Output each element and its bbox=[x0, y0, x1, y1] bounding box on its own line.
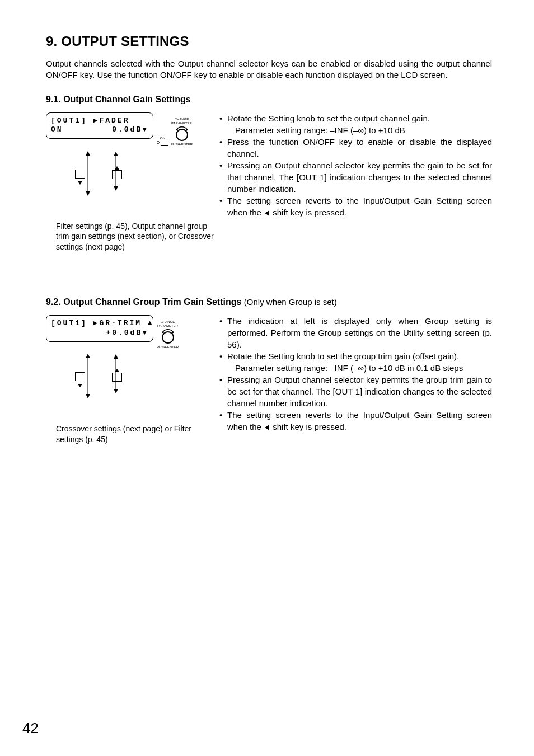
section-9-2-left: [OUT1] ▶GR-TRIM ▲ +0.0dB▼ CHANGE PARAMET… bbox=[46, 315, 214, 445]
svg-marker-8 bbox=[114, 186, 118, 191]
bullet-item: Pressing an Output channel selector key … bbox=[219, 374, 492, 409]
nav-diagram-2 bbox=[68, 352, 180, 419]
section-9-1-bullets: Rotate the Setting knob to set the outpu… bbox=[219, 112, 492, 218]
svg-marker-4 bbox=[86, 151, 90, 156]
knob-label-parameter-2: PARAMETER bbox=[157, 324, 178, 327]
bullet-item: Pressing an Output channel selector key … bbox=[219, 159, 492, 195]
lcd1-line2-left: ON bbox=[51, 125, 63, 135]
nav-diagram-1 bbox=[68, 149, 180, 217]
controls-cluster-1: ON CHANGE PARAMETER bbox=[157, 112, 193, 146]
bullet-item: Press the function ON/OFF key to enable … bbox=[219, 136, 492, 159]
section-9-1-row: [OUT1] ▶FADER ON 0.0dB▼ ON bbox=[46, 112, 492, 253]
shift-up-button-icon bbox=[112, 166, 122, 181]
section-9-2-qualifier: (Only when Group is set) bbox=[244, 297, 337, 307]
onoff-key-1: ON bbox=[157, 137, 168, 146]
lcd2-line2: +0.0dB▼ bbox=[51, 328, 148, 338]
onoff-button-icon bbox=[161, 140, 168, 146]
svg-point-2 bbox=[176, 129, 188, 140]
knob-label-change-1: CHANGE bbox=[175, 118, 189, 121]
lcd2-line1: [OUT1] ▶GR-TRIM ▲ bbox=[51, 319, 148, 328]
page: 9. OUTPUT SETTINGS Output channels selec… bbox=[0, 0, 534, 756]
lcd1-line1: [OUT1] ▶FADER bbox=[51, 116, 148, 126]
bullet-item: The indication at left is displayed only… bbox=[219, 315, 492, 350]
section-9-1-right: Rotate the Setting knob to set the outpu… bbox=[214, 112, 492, 218]
nav-caption-2: Crossover settings (next page) or Filter… bbox=[56, 424, 214, 445]
lcd1-line2: ON 0.0dB▼ bbox=[51, 125, 148, 135]
bullet-subtext: Parameter setting range: –INF (–∞) to +1… bbox=[227, 362, 492, 374]
knob-label-push-2: PUSH-ENTER bbox=[157, 345, 179, 349]
bullet-item: Rotate the Setting knob to set the group… bbox=[219, 350, 492, 374]
svg-marker-13 bbox=[86, 354, 90, 358]
section-9-2-right: The indication at left is displayed only… bbox=[214, 315, 492, 433]
svg-marker-16 bbox=[114, 354, 118, 359]
page-number: 42 bbox=[22, 720, 39, 737]
bullet-item: Rotate the Setting knob to set the outpu… bbox=[219, 112, 492, 136]
onoff-led-icon bbox=[157, 141, 160, 144]
section-9-2-bullets: The indication at left is displayed only… bbox=[219, 315, 492, 433]
svg-marker-5 bbox=[86, 191, 90, 196]
lcd-screen-1: [OUT1] ▶FADER ON 0.0dB▼ bbox=[46, 112, 153, 139]
controls-cluster-2: CHANGE PARAMETER PUSH-ENTER bbox=[157, 315, 179, 349]
intro-paragraph: Output channels selected with the Output… bbox=[46, 58, 492, 81]
svg-marker-14 bbox=[86, 394, 90, 398]
shift-up-button-icon bbox=[112, 369, 122, 384]
bullet-item: The setting screen reverts to the Input/… bbox=[219, 409, 492, 433]
knob-label-push-1: PUSH-ENTER bbox=[171, 143, 193, 146]
knob-label-change-2: CHANGE bbox=[161, 320, 175, 323]
page-heading: 9. OUTPUT SETTINGS bbox=[46, 34, 492, 49]
nav-arrows-svg-2 bbox=[68, 352, 180, 408]
svg-marker-17 bbox=[114, 389, 118, 393]
bullet-subtext: Parameter setting range: –INF (–∞) to +1… bbox=[227, 124, 492, 136]
lcd-screen-2: [OUT1] ▶GR-TRIM ▲ +0.0dB▼ bbox=[46, 315, 153, 342]
shift-down-button-icon bbox=[75, 170, 85, 185]
section-9-2-row: [OUT1] ▶GR-TRIM ▲ +0.0dB▼ CHANGE PARAMET… bbox=[46, 315, 492, 445]
section-9-2-title: 9.2. Output Channel Group Trim Gain Sett… bbox=[46, 297, 492, 307]
shift-down-button-icon bbox=[75, 372, 85, 387]
lcd-cluster-2: [OUT1] ▶GR-TRIM ▲ +0.0dB▼ CHANGE PARAMET… bbox=[46, 315, 214, 349]
knob-icon bbox=[160, 328, 176, 345]
bullet-item: The setting screen reverts to the Input/… bbox=[219, 195, 492, 218]
section-9-1-left: [OUT1] ▶FADER ON 0.0dB▼ ON bbox=[46, 112, 214, 253]
svg-point-11 bbox=[162, 332, 174, 343]
setting-knob-1: CHANGE PARAMETER PUSH-ENTER bbox=[171, 118, 193, 146]
lcd1-line2-right: 0.0dB▼ bbox=[112, 125, 148, 135]
lcd2-line2-right: +0.0dB▼ bbox=[106, 328, 148, 338]
knob-label-parameter-1: PARAMETER bbox=[171, 121, 192, 125]
shift-left-icon bbox=[265, 210, 269, 216]
section-9-2-title-text: 9.2. Output Channel Group Trim Gain Sett… bbox=[46, 297, 241, 307]
knob-icon bbox=[174, 125, 190, 142]
svg-marker-7 bbox=[114, 152, 118, 156]
setting-knob-2: CHANGE PARAMETER PUSH-ENTER bbox=[157, 320, 179, 349]
nav-caption-1: Filter settings (p. 45), Output channel … bbox=[56, 221, 214, 253]
section-9-1-title: 9.1. Output Channel Gain Settings bbox=[46, 95, 492, 105]
lcd-cluster-1: [OUT1] ▶FADER ON 0.0dB▼ ON bbox=[46, 112, 214, 146]
nav-arrows-svg bbox=[68, 149, 180, 205]
shift-left-icon bbox=[265, 425, 269, 430]
